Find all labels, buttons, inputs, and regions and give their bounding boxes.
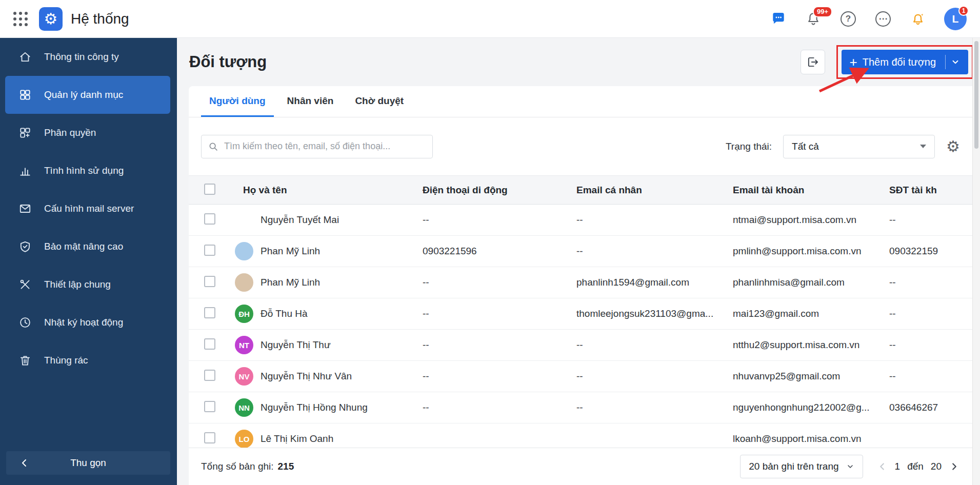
tab-pending-approval[interactable]: Chờ duyệt xyxy=(347,86,412,117)
account-phone-cell: -- xyxy=(881,214,972,226)
user-name: Nguyễn Tuyết Mai xyxy=(261,214,339,226)
table-row[interactable]: Phan Mỹ Linh -- phanlinh1594@gmail.com p… xyxy=(189,267,972,298)
sidebar-item-general-settings[interactable]: Thiết lập chung xyxy=(0,266,177,304)
sidebar-item-security[interactable]: Bảo mật nâng cao xyxy=(0,228,177,266)
more-button[interactable]: ⋯ xyxy=(874,10,892,28)
row-checkbox[interactable] xyxy=(204,245,215,256)
top-bar: ⚙ Hệ thống 99+ ? ⋯ xyxy=(0,0,980,38)
sidebar-item-company-info[interactable]: Thông tin công ty xyxy=(0,38,177,76)
chart-icon xyxy=(18,164,32,177)
column-header-name[interactable]: Họ và tên xyxy=(235,185,414,196)
page-header: Đối tượng + Thêm đối tượng xyxy=(177,38,972,86)
mail-icon xyxy=(18,202,32,215)
column-header-account-email[interactable]: Email tài khoản xyxy=(725,185,881,196)
pagination: 1 đến 20 xyxy=(876,461,960,472)
row-checkbox[interactable] xyxy=(204,370,215,381)
sidebar-item-trash[interactable]: Thùng rác xyxy=(0,341,177,379)
sidebar-item-label: Tình hình sử dụng xyxy=(44,165,124,176)
home-icon xyxy=(18,50,32,64)
status-label: Trạng thái: xyxy=(726,141,772,152)
app-launcher-icon[interactable] xyxy=(13,12,28,26)
system-logo[interactable]: ⚙ xyxy=(39,7,63,31)
notifications-button[interactable]: 99+ xyxy=(805,10,822,28)
export-button[interactable] xyxy=(801,50,825,74)
account-phone-cell: -- xyxy=(881,339,972,351)
announcements-button[interactable] xyxy=(909,10,927,28)
avatar-letter: L xyxy=(952,13,959,25)
account-phone-cell: -- xyxy=(881,308,972,319)
table-row[interactable]: NV Nguyễn Thị Như Vân -- -- nhuvanvp25@g… xyxy=(189,361,972,392)
row-checkbox[interactable] xyxy=(204,432,215,443)
mobile-cell: -- xyxy=(414,402,568,413)
table-row[interactable]: ĐH Đỗ Thu Hà -- thomleejongsuk231103@gma… xyxy=(189,298,972,330)
row-checkbox[interactable] xyxy=(204,401,215,412)
sidebar-item-mail-server[interactable]: Cấu hình mail server xyxy=(0,190,177,228)
page-title: Đối tượng xyxy=(189,53,267,71)
table-row[interactable]: LO Lê Thị Kim Oanh lkoanh@support.misa.c… xyxy=(189,423,972,448)
chat-button[interactable] xyxy=(770,10,787,28)
status-dropdown[interactable]: Tất cả xyxy=(783,135,935,158)
search-input[interactable] xyxy=(224,141,426,152)
avatar: NT xyxy=(235,336,253,354)
tab-bar: Người dùng Nhân viên Chờ duyệt xyxy=(189,86,972,117)
avatar xyxy=(235,211,253,229)
user-avatar[interactable]: L 1 xyxy=(944,8,967,30)
vertical-scrollbar[interactable] xyxy=(972,38,980,485)
personal-email-cell: -- xyxy=(568,339,725,351)
next-page-button[interactable] xyxy=(949,461,960,472)
search-box[interactable] xyxy=(201,135,433,158)
row-checkbox[interactable] xyxy=(204,338,215,350)
add-object-button[interactable]: + Thêm đối tượng xyxy=(842,50,968,74)
column-header-account-phone[interactable]: SĐT tài kh xyxy=(881,185,972,196)
personal-email-cell: phanlinh1594@gmail.com xyxy=(568,277,725,288)
page-range-separator: đến xyxy=(907,461,924,472)
column-header-mobile[interactable]: Điện thoại di động xyxy=(414,185,568,196)
sidebar-item-label: Bảo mật nâng cao xyxy=(44,241,123,252)
avatar: ĐH xyxy=(235,305,253,323)
scrollbar-thumb[interactable] xyxy=(974,41,978,149)
caret-down-icon xyxy=(920,145,926,148)
row-checkbox[interactable] xyxy=(204,276,215,287)
select-all-checkbox[interactable] xyxy=(204,184,215,195)
chat-icon xyxy=(770,11,787,27)
row-checkbox[interactable] xyxy=(204,307,215,318)
notification-badge: 99+ xyxy=(813,6,832,17)
tab-employees[interactable]: Nhân viên xyxy=(279,86,342,117)
sidebar-item-usage[interactable]: Tình hình sử dụng xyxy=(0,152,177,190)
status-value: Tất cả xyxy=(792,141,819,152)
app-title: Hệ thống xyxy=(71,11,129,27)
tab-users[interactable]: Người dùng xyxy=(201,86,274,117)
sidebar-item-category-management[interactable]: Quản lý danh mục xyxy=(5,76,170,114)
chevron-left-icon xyxy=(876,461,888,472)
sidebar-item-permissions[interactable]: Phân quyền xyxy=(0,114,177,152)
more-icon: ⋯ xyxy=(875,11,891,27)
sidebar-item-label: Thông tin công ty xyxy=(44,51,119,63)
toolbar: Trạng thái: Tất cả ⚙ xyxy=(189,117,972,175)
page-size-dropdown[interactable]: 20 bản ghi trên trang xyxy=(740,455,863,478)
table-footer: Tổng số bản ghi: 215 20 bản ghi trên tra… xyxy=(189,448,972,485)
mobile-cell: -- xyxy=(414,277,568,288)
row-checkbox[interactable] xyxy=(204,213,215,225)
trash-icon xyxy=(18,354,32,367)
collapse-sidebar-button[interactable]: Thu gọn xyxy=(6,451,170,475)
column-header-personal-email[interactable]: Email cá nhân xyxy=(568,185,725,196)
sidebar-item-activity-log[interactable]: Nhật ký hoạt động xyxy=(0,304,177,341)
tools-icon xyxy=(18,278,32,291)
table-row[interactable]: Phan Mỹ Linh 0903221596 -- pmlinh@suppor… xyxy=(189,236,972,267)
account-email-cell: mai123@gmail.com xyxy=(725,308,881,319)
chevron-left-icon xyxy=(18,457,31,469)
previous-page-button[interactable] xyxy=(876,461,888,472)
collapse-label: Thu gọn xyxy=(70,457,106,469)
announcement-icon xyxy=(910,11,926,27)
permissions-icon xyxy=(18,126,32,139)
account-email-cell: ntthu2@support.misa.com.vn xyxy=(725,339,881,351)
table-row[interactable]: NN Nguyễn Thị Hồng Nhung -- -- nguyenhon… xyxy=(189,392,972,423)
gear-icon: ⚙ xyxy=(44,10,58,28)
table-row[interactable]: NT Nguyễn Thị Thư -- -- ntthu2@support.m… xyxy=(189,330,972,361)
column-settings-button[interactable]: ⚙ xyxy=(946,139,960,154)
table-row[interactable]: Nguyễn Tuyết Mai -- -- ntmai@support.mis… xyxy=(189,205,972,236)
grid-icon xyxy=(18,88,32,102)
mobile-cell: -- xyxy=(414,339,568,351)
help-button[interactable]: ? xyxy=(839,10,857,28)
account-email-cell: pmlinh@support.misa.com.vn xyxy=(725,246,881,257)
